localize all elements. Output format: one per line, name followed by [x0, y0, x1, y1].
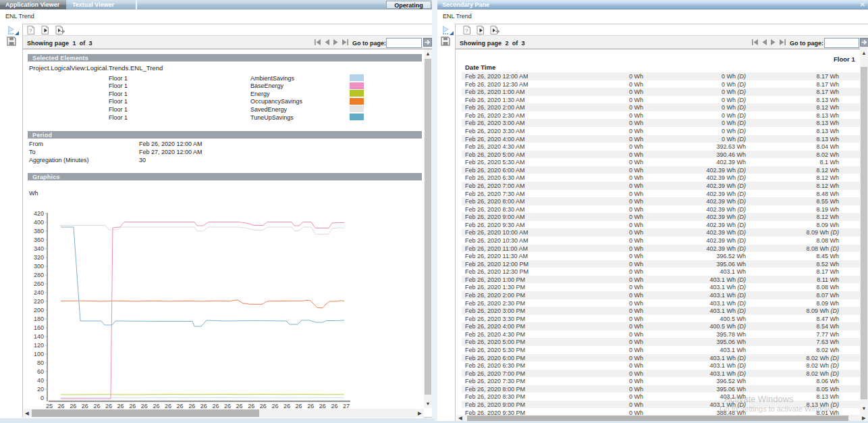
svg-text:26: 26	[129, 403, 136, 409]
svg-text:26: 26	[177, 403, 184, 409]
svg-text:26: 26	[165, 403, 171, 409]
svg-text:400: 400	[34, 219, 44, 226]
svg-text:26: 26	[82, 403, 88, 409]
svg-text:26: 26	[260, 403, 267, 409]
svg-text:320: 320	[34, 254, 44, 261]
svg-text:220: 220	[34, 298, 44, 305]
svg-text:120: 120	[34, 342, 44, 349]
svg-text:26: 26	[93, 403, 100, 409]
svg-text:27: 27	[343, 403, 350, 409]
svg-text:100: 100	[34, 351, 44, 357]
svg-text:26: 26	[307, 403, 314, 409]
svg-text:26: 26	[117, 403, 124, 409]
svg-text:26: 26	[248, 403, 254, 409]
svg-text:180: 180	[34, 316, 44, 322]
svg-text:260: 260	[34, 280, 44, 287]
svg-text:280: 280	[34, 272, 44, 278]
svg-text:26: 26	[224, 403, 231, 409]
svg-text:26: 26	[70, 403, 76, 409]
svg-text:26: 26	[319, 403, 326, 409]
svg-text:26: 26	[331, 403, 337, 409]
svg-text:140: 140	[34, 333, 44, 340]
svg-text:26: 26	[105, 403, 112, 409]
svg-text:240: 240	[34, 289, 44, 296]
svg-text:25: 25	[46, 403, 53, 409]
svg-text:60: 60	[37, 368, 44, 375]
svg-text:40: 40	[37, 377, 44, 384]
svg-text:?: ?	[465, 28, 468, 34]
svg-text:26: 26	[141, 403, 148, 409]
svg-text:?: ?	[29, 28, 32, 34]
svg-text:360: 360	[34, 237, 44, 243]
svg-text:200: 200	[34, 307, 44, 314]
svg-text:26: 26	[236, 403, 243, 409]
svg-text:26: 26	[271, 403, 278, 409]
svg-text:26: 26	[153, 403, 159, 409]
svg-text:26: 26	[283, 403, 290, 409]
svg-text:20: 20	[37, 386, 44, 393]
svg-text:420: 420	[34, 210, 44, 217]
svg-text:26: 26	[58, 403, 65, 409]
svg-text:340: 340	[34, 245, 44, 252]
svg-text:380: 380	[34, 228, 44, 234]
svg-text:80: 80	[37, 359, 44, 366]
svg-text:26: 26	[188, 403, 195, 409]
svg-text:0: 0	[40, 395, 44, 401]
svg-text:300: 300	[34, 263, 44, 270]
svg-text:160: 160	[34, 324, 44, 331]
svg-text:26: 26	[296, 403, 302, 409]
svg-text:26: 26	[200, 403, 207, 409]
svg-text:26: 26	[212, 403, 219, 409]
